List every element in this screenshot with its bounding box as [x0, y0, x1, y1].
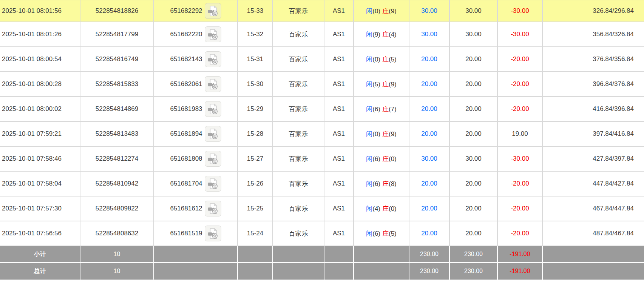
empty-cell — [543, 263, 644, 280]
table-row[interactable]: 2025-10-01 07:58:04 522854810942 6516817… — [0, 172, 644, 196]
result-cell: 闲(0)庄(5) — [354, 47, 409, 72]
bet-amount-cell: 20.00 — [409, 221, 450, 246]
balance-cell: 326.84/296.84 — [543, 0, 644, 22]
win-loss-cell: -30.00 — [498, 22, 543, 47]
result-cell: 闲(6)庄(8) — [354, 172, 409, 196]
banker-score: (8) — [389, 180, 397, 187]
player-score: (6) — [372, 155, 380, 163]
video-record-icon — [207, 153, 219, 164]
empty-cell — [238, 246, 273, 263]
records-table-summary: 小计 10 230.00 230.00 -191.00 总计 10 230.00… — [0, 246, 644, 280]
round-no-cell: 15-24 — [238, 221, 273, 246]
total-win-loss: -191.00 — [498, 263, 543, 280]
round-id-cell: 651681612 — [154, 196, 238, 221]
player-score: (6) — [372, 180, 380, 187]
bet-amount-cell: 20.00 — [409, 196, 450, 221]
table-row[interactable]: 2025-10-01 08:00:54 522854816749 6516821… — [0, 47, 644, 72]
subtotal-bet-amount: 230.00 — [409, 246, 450, 263]
win-loss-cell: -20.00 — [498, 72, 543, 97]
banker-label: 庄 — [382, 130, 389, 138]
round-id-cell: 651682220 — [154, 22, 238, 47]
result-cell: 闲(4)庄(0) — [354, 196, 409, 221]
video-record-button[interactable] — [205, 3, 221, 19]
table-name-cell: AS1 — [324, 196, 354, 221]
balance-cell: 467.84/447.84 — [543, 196, 644, 221]
round-no-cell: 15-32 — [238, 22, 273, 47]
video-record-button[interactable] — [205, 226, 221, 241]
round-id: 651682220 — [170, 31, 202, 38]
video-record-icon — [207, 203, 219, 214]
video-record-button[interactable] — [205, 176, 221, 192]
table-row[interactable]: 2025-10-01 08:00:02 522854814869 6516819… — [0, 97, 644, 122]
bet-amount-cell: 20.00 — [409, 47, 450, 72]
table-row[interactable]: 2025-10-01 08:00:28 522854815833 6516820… — [0, 72, 644, 97]
video-record-button[interactable] — [205, 101, 221, 117]
win-loss-cell: -30.00 — [498, 0, 543, 22]
game-type-cell: 百家乐 — [273, 97, 324, 122]
game-type-cell: 百家乐 — [273, 147, 324, 172]
win-loss-cell: -20.00 — [498, 97, 543, 122]
round-id-cell: 651681894 — [154, 122, 238, 147]
time-cell: 2025-10-01 08:00:02 — [0, 97, 80, 122]
balance-cell: 356.84/326.84 — [543, 22, 644, 47]
table-row[interactable]: 2025-10-01 07:57:30 522854809822 6516816… — [0, 196, 644, 221]
video-record-button[interactable] — [205, 26, 221, 42]
player-label: 闲 — [366, 205, 372, 212]
table-row[interactable]: 2025-10-01 08:01:26 522854817799 6516822… — [0, 22, 644, 47]
result-cell: 闲(0)庄(9) — [354, 0, 409, 22]
video-record-button[interactable] — [205, 51, 221, 67]
banker-score: (7) — [389, 106, 397, 113]
subtotal-count: 10 — [80, 246, 154, 263]
bet-amount-cell: 20.00 — [409, 72, 450, 97]
balance-cell: 416.84/396.84 — [543, 97, 644, 122]
time-cell: 2025-10-01 08:01:26 — [0, 22, 80, 47]
records-table-body: 2025-10-01 08:01:56 522854818826 6516822… — [0, 0, 644, 246]
bet-amount-cell: 30.00 — [409, 147, 450, 172]
empty-cell — [354, 246, 409, 263]
result-cell: 闲(5)庄(9) — [354, 72, 409, 97]
video-record-icon — [207, 54, 219, 65]
bet-id-cell: 522854810942 — [80, 172, 154, 196]
video-record-button[interactable] — [205, 76, 221, 92]
player-score: (6) — [372, 106, 380, 113]
player-score: (6) — [372, 230, 380, 237]
bet-id-cell: 522854809822 — [80, 196, 154, 221]
empty-cell — [354, 263, 409, 280]
bet-amount-cell: 20.00 — [409, 172, 450, 196]
round-no-cell: 15-27 — [238, 147, 273, 172]
banker-label: 庄 — [382, 155, 389, 163]
round-id: 651681519 — [170, 230, 202, 237]
banker-label: 庄 — [382, 56, 389, 63]
valid-amount-cell: 30.00 — [450, 147, 498, 172]
balance-cell: 376.84/356.84 — [543, 47, 644, 72]
video-record-button[interactable] — [205, 151, 221, 167]
table-row[interactable]: 2025-10-01 08:01:56 522854818826 6516822… — [0, 0, 644, 22]
player-label: 闲 — [366, 130, 372, 138]
summary-row-subtotal: 小计 10 230.00 230.00 -191.00 — [0, 246, 644, 263]
video-record-icon — [207, 128, 219, 140]
video-record-icon — [207, 178, 219, 189]
game-type-cell: 百家乐 — [273, 47, 324, 72]
subtotal-valid-amount: 230.00 — [450, 246, 498, 263]
empty-cell — [324, 263, 354, 280]
table-name-cell: AS1 — [324, 47, 354, 72]
empty-cell — [273, 246, 324, 263]
player-label: 闲 — [366, 106, 372, 113]
table-row[interactable]: 2025-10-01 07:59:21 522854813483 6516818… — [0, 122, 644, 147]
game-type-cell: 百家乐 — [273, 72, 324, 97]
video-record-button[interactable] — [205, 126, 221, 142]
banker-score: (0) — [389, 155, 397, 163]
bet-amount-cell: 20.00 — [409, 97, 450, 122]
table-row[interactable]: 2025-10-01 07:56:56 522854808632 6516815… — [0, 221, 644, 246]
round-id: 651682061 — [170, 80, 202, 88]
game-type-cell: 百家乐 — [273, 22, 324, 47]
round-no-cell: 15-33 — [238, 0, 273, 22]
table-row[interactable]: 2025-10-01 07:58:46 522854812274 6516818… — [0, 147, 644, 172]
result-cell: 闲(0)庄(9) — [354, 122, 409, 147]
valid-amount-cell: 20.00 — [450, 47, 498, 72]
video-record-button[interactable] — [205, 201, 221, 216]
video-record-icon — [207, 228, 219, 239]
round-id-cell: 651682143 — [154, 47, 238, 72]
game-type-cell: 百家乐 — [273, 172, 324, 196]
balance-cell: 396.84/376.84 — [543, 72, 644, 97]
